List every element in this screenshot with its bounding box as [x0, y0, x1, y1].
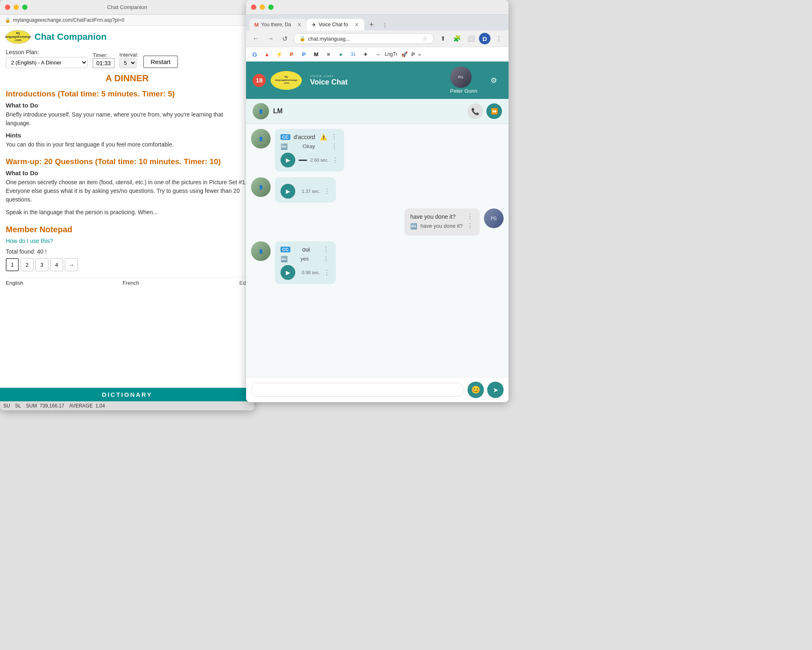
lock-icon: 🔒 — [299, 36, 306, 41]
chat-messages: 👤 CC d'accord ⚠️ ⋮ 🔤 Okay ⋮ ▶ 2.60 sec — [246, 124, 509, 377]
page-btn-2[interactable]: 2 — [21, 258, 34, 271]
exit-button[interactable]: ⏩ — [486, 103, 502, 119]
toolbar-lngtr[interactable]: LngTr — [385, 51, 397, 57]
url-bar[interactable]: 🔒 chat.mylanguag... ☆ — [293, 33, 434, 44]
new-tab-button[interactable]: + — [366, 19, 377, 30]
toolbar-overflow[interactable]: » — [418, 51, 421, 57]
address-bar: 🔒 mylanguageexchange.com/ChatFacilFrm.as… — [0, 15, 254, 26]
toolbar-copper[interactable]: ⚡ — [274, 49, 285, 60]
toolbar-p2[interactable]: P — [299, 49, 309, 60]
play-button-2[interactable]: ▶ — [281, 184, 295, 199]
tab-gmail-icon: M — [254, 22, 259, 28]
tab-voice-chat[interactable]: ✈ Voice Chat fo ✕ — [307, 19, 364, 30]
settings-icon: ⚙ — [490, 76, 497, 85]
tab-overflow-button[interactable]: ⋮ — [379, 19, 390, 30]
msg-translate-menu-1[interactable]: ⋮ — [330, 142, 338, 150]
msg-translation-1: Okay — [303, 143, 315, 149]
hints-label: Hints — [6, 132, 249, 139]
refresh-button[interactable]: ↺ — [280, 34, 290, 43]
browser-close-btn[interactable] — [251, 5, 256, 10]
message-row-2: 👤 ▶ 1.37 sec. ⋮ — [251, 177, 504, 203]
msg-translate-menu-3[interactable]: ⋮ — [466, 222, 474, 230]
msg-line-cc-4: CC oui ⋮ — [281, 245, 330, 253]
cc-badge-4: CC — [281, 247, 290, 252]
tab-you-there-close[interactable]: ✕ — [297, 21, 302, 28]
lesson-plan-select[interactable]: 2 (English) - A Dinner — [6, 57, 88, 68]
what-to-do-label: What to Do — [6, 102, 249, 109]
msg-avatar-2: 👤 — [251, 177, 271, 197]
lm-actions: 📞 ⏩ — [468, 103, 502, 119]
tab-voice-chat-close[interactable]: ✕ — [354, 21, 359, 28]
browser-action-icon[interactable]: ⬜ — [465, 33, 477, 44]
emoji-button[interactable]: 😊 — [468, 382, 484, 398]
dictionary-bar: DICTIONARY — [0, 388, 254, 401]
audio-time-4: 0.98 sec. — [302, 270, 320, 275]
mac-max-btn[interactable] — [22, 5, 27, 10]
browser-min-btn[interactable] — [260, 5, 265, 10]
audio-menu-2[interactable]: ⋮ — [324, 188, 330, 195]
interval-select[interactable]: 5 — [119, 58, 137, 68]
user-avatar: PG — [450, 66, 472, 88]
toolbar-plane[interactable]: ✈ — [360, 49, 371, 60]
notification-badge[interactable]: 18 — [253, 74, 266, 87]
mac-min-btn[interactable] — [14, 5, 19, 10]
page-btn-1[interactable]: 1 — [6, 258, 19, 271]
status-su: SU — [3, 403, 10, 409]
how-to-link[interactable]: How do I use this? — [6, 238, 249, 244]
bookmark-icon[interactable]: ☆ — [422, 35, 428, 42]
sender-avatar-3: PG — [484, 208, 504, 228]
status-bar: SU SL SUM 739,166.17 AVERAGE 1,04 — [0, 401, 254, 410]
interval-label: Interval: — [119, 52, 138, 58]
toolbar-p3[interactable]: P — [411, 51, 415, 57]
sender-avatar-2: 👤 — [251, 177, 271, 197]
right-window: M You there, Da ✕ ✈ Voice Chat fo ✕ + ⋮ … — [246, 0, 509, 402]
msg-menu-3[interactable]: ⋮ — [466, 213, 474, 220]
warmup-heading: Warm-up: 20 Questions (Total time: 10 mi… — [6, 157, 249, 166]
toolbar-cal[interactable]: 31 — [348, 49, 358, 60]
restart-button[interactable]: Restart — [143, 55, 178, 68]
url-display: chat.mylanguag... — [308, 36, 420, 42]
msg-translate-menu-4[interactable]: ⋮ — [322, 255, 330, 263]
profile-icon[interactable]: D — [479, 33, 490, 44]
page-btn-4[interactable]: 4 — [50, 258, 63, 271]
send-button[interactable]: ➤ — [487, 382, 504, 398]
message-row-4: 👤 CC oui ⋮ 🔤 yes ⋮ ▶ 0.98 sec. ⋮ — [251, 241, 504, 284]
audio-menu-1[interactable]: ⋮ — [332, 156, 338, 164]
share-icon[interactable]: ⬆ — [437, 33, 449, 44]
phone-button[interactable]: 📞 — [468, 103, 483, 119]
play-button-1[interactable]: ▶ — [281, 153, 295, 167]
toolbar-arrow[interactable]: → — [372, 49, 383, 60]
toolbar-p1[interactable]: P — [286, 49, 297, 60]
toolbar-google[interactable]: G — [249, 49, 260, 60]
puzzle-icon[interactable]: 🧩 — [451, 33, 463, 44]
page-btn-next[interactable]: → — [65, 258, 78, 271]
tab-you-there[interactable]: M You there, Da ✕ — [249, 19, 307, 30]
more-menu-icon[interactable]: ⋮ — [493, 33, 504, 44]
toolbar-rocket[interactable]: 🚀 — [399, 49, 410, 60]
translate-icon-3: 🔤 — [410, 223, 417, 229]
chat-input[interactable] — [251, 383, 464, 397]
msg-menu-4[interactable]: ⋮ — [322, 245, 330, 253]
toolbar-drive[interactable]: ▲ — [262, 49, 272, 60]
toolbar-list[interactable]: ≡ — [323, 49, 334, 60]
browser-mac-titlebar — [246, 0, 509, 15]
forward-button[interactable]: → — [265, 34, 276, 43]
back-button[interactable]: ← — [250, 34, 262, 43]
msg-menu-1[interactable]: ⋮ — [330, 133, 338, 141]
timer-section: Timer: 01:33 — [93, 52, 114, 68]
settings-button[interactable]: ⚙ — [486, 72, 502, 89]
toolbar-circle[interactable]: ● — [335, 49, 346, 60]
mac-close-btn[interactable] — [5, 5, 10, 10]
browser-max-btn[interactable] — [268, 5, 274, 10]
audio-progress-1 — [299, 160, 307, 161]
audio-menu-4[interactable]: ⋮ — [324, 269, 330, 277]
lm-avatar: 👤 — [253, 103, 269, 119]
warmup-text: One person secretly choose an item (food… — [6, 178, 249, 204]
toolbar-m[interactable]: M — [311, 49, 322, 60]
msg-bubble-3: have you done it? ⋮ 🔤 have you done it? … — [404, 208, 480, 236]
play-button-4[interactable]: ▶ — [281, 265, 295, 280]
message-row-3: PG have you done it? ⋮ 🔤 have you done i… — [251, 208, 504, 236]
msg-line-cc-1: CC d'accord ⚠️ ⋮ — [281, 133, 338, 141]
user-name: Peter Gunn — [450, 88, 478, 94]
page-btn-3[interactable]: 3 — [35, 258, 48, 271]
